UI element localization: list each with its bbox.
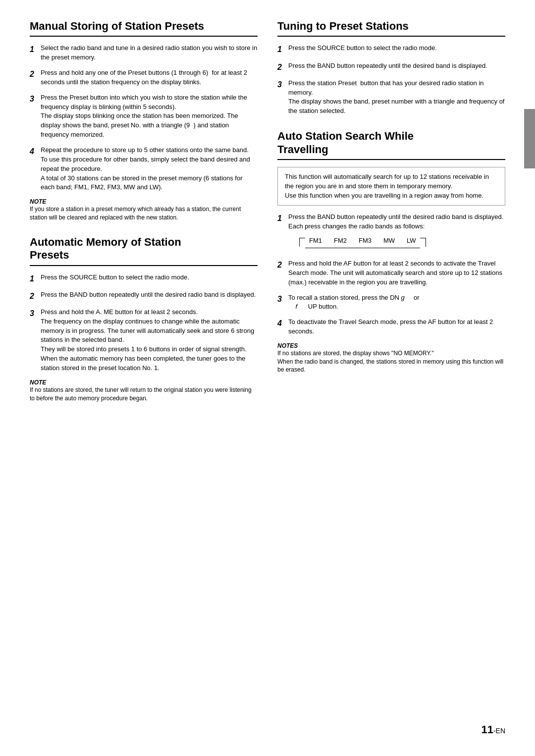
list-item: 1 Press the SOURCE button to select the … xyxy=(277,44,505,55)
tuning-preset-section: Tuning to Preset Stations 1 Press the SO… xyxy=(277,20,505,116)
list-item: 2 Press and hold the AF button for at le… xyxy=(277,259,505,287)
step-content: To recall a station stored, press the DN… xyxy=(288,293,505,312)
step-content: Press the SOURCE button to select the ra… xyxy=(288,44,505,53)
step-num: 3 xyxy=(277,79,288,90)
auto-search-section: Auto Station Search While Travelling Thi… xyxy=(277,130,505,374)
info-box-text: This function will automatically search … xyxy=(285,173,489,199)
step-content: Press the BAND button repeatedly until t… xyxy=(288,213,505,253)
step-content: Press and hold any one of the Preset but… xyxy=(41,68,258,87)
band-items: FM1 FM2 FM3 MW LW xyxy=(305,236,420,248)
step-content: To deactivate the Travel Search mode, pr… xyxy=(288,318,505,336)
manual-storing-title: Manual Storing of Station Presets xyxy=(30,20,258,37)
note-text-2: If no stations are stored, the tuner wil… xyxy=(30,386,258,403)
note-block: NOTE If you store a station in a preset … xyxy=(30,198,258,222)
step-num: 2 xyxy=(30,68,41,80)
list-item: 4 Repeat the procedure to store up to 5 … xyxy=(30,146,258,192)
note-block-2: NOTE If no stations are stored, the tune… xyxy=(30,379,258,403)
step-num: 4 xyxy=(30,146,41,157)
auto-memory-title-line1: Automatic Memory of Station xyxy=(30,236,181,248)
list-item: 2 Press the BAND button repeatedly until… xyxy=(277,61,505,73)
step-num: 2 xyxy=(30,290,41,302)
step-num: 2 xyxy=(277,259,288,270)
step-content: Press and hold the A. ME button for at l… xyxy=(41,308,258,373)
auto-search-title: Auto Station Search While Travelling xyxy=(277,130,505,160)
step-content: Repeat the procedure to store up to 5 ot… xyxy=(41,146,258,192)
list-item: 3 To recall a station stored, press the … xyxy=(277,293,505,312)
list-item: 3 Press and hold the A. ME button for at… xyxy=(30,308,258,373)
step-content: Press and hold the AF button for at leas… xyxy=(288,259,505,287)
tuning-preset-steps: 1 Press the SOURCE button to select the … xyxy=(277,44,505,116)
left-column: Manual Storing of Station Presets 1 Sele… xyxy=(30,20,258,407)
step-num: 3 xyxy=(30,308,41,319)
step-content: Press the BAND button repeatedly until t… xyxy=(288,61,505,71)
band-item: FM2 xyxy=(334,236,347,246)
step-num: 3 xyxy=(277,293,288,305)
notes-block: NOTES If no stations are stored, the dis… xyxy=(277,342,505,374)
band-item: FM1 xyxy=(309,236,322,246)
manual-storing-steps: 1 Select the radio band and tune in a de… xyxy=(30,44,258,192)
band-line-left xyxy=(299,238,305,247)
band-item: LW xyxy=(407,236,416,246)
step-num: 2 xyxy=(277,61,288,73)
step-num: 1 xyxy=(277,44,288,55)
step-num: 1 xyxy=(30,44,41,55)
auto-memory-title: Automatic Memory of Station Presets xyxy=(30,236,258,266)
italic-g: g xyxy=(401,294,405,301)
note-label: NOTE xyxy=(30,198,258,205)
manual-storing-section: Manual Storing of Station Presets 1 Sele… xyxy=(30,20,258,222)
band-line-right xyxy=(420,238,426,247)
band-item: MW xyxy=(383,236,395,246)
sidebar-tab xyxy=(524,109,535,168)
list-item: 1 Press the SOURCE button to select the … xyxy=(30,273,258,284)
step-num: 3 xyxy=(30,93,41,105)
page-num-main: 11 xyxy=(481,723,493,736)
right-column: Tuning to Preset Stations 1 Press the SO… xyxy=(277,20,505,407)
band-item: FM3 xyxy=(359,236,372,246)
step-content: Press the SOURCE button to select the ra… xyxy=(41,273,258,282)
step-num: 1 xyxy=(30,273,41,284)
notes-text: If no stations are stored, the display s… xyxy=(277,349,505,374)
list-item: 3 Press the station Preset button that h… xyxy=(277,79,505,116)
step-num: 1 xyxy=(277,213,288,224)
note-label-2: NOTE xyxy=(30,379,258,386)
note-text: If you store a station in a preset memor… xyxy=(30,205,258,222)
list-item: 3 Press the Preset button into which you… xyxy=(30,93,258,140)
info-box: This function will automatically search … xyxy=(277,167,505,206)
auto-memory-steps: 1 Press the SOURCE button to select the … xyxy=(30,273,258,373)
auto-memory-title-line2: Presets xyxy=(30,249,69,261)
band-diagram: FM1 FM2 FM3 MW LW xyxy=(299,236,505,248)
step-num: 4 xyxy=(277,318,288,329)
notes-label: NOTES xyxy=(277,342,505,349)
list-item: 2 Press and hold any one of the Preset b… xyxy=(30,68,258,87)
list-item: 4 To deactivate the Travel Search mode, … xyxy=(277,318,505,336)
auto-memory-section: Automatic Memory of Station Presets 1 Pr… xyxy=(30,236,258,403)
step-content: Press the station Preset button that has… xyxy=(288,79,505,116)
italic-f: f xyxy=(295,303,297,310)
list-item: 2 Press the BAND button repeatedly until… xyxy=(30,290,258,302)
auto-search-title-line1: Auto Station Search While xyxy=(277,130,414,142)
page-number: 11-EN xyxy=(481,723,505,736)
list-item: 1 Select the radio band and tune in a de… xyxy=(30,44,258,62)
auto-search-steps: 1 Press the BAND button repeatedly until… xyxy=(277,213,505,336)
tuning-preset-title: Tuning to Preset Stations xyxy=(277,20,505,37)
step-content: Press the BAND button repeatedly until t… xyxy=(41,290,258,300)
list-item: 1 Press the BAND button repeatedly until… xyxy=(277,213,505,253)
auto-search-title-line2: Travelling xyxy=(277,143,328,156)
step-content: Press the Preset button into which you w… xyxy=(41,93,258,140)
step-content: Select the radio band and tune in a desi… xyxy=(41,44,258,62)
page-num-suffix: -EN xyxy=(493,727,505,735)
